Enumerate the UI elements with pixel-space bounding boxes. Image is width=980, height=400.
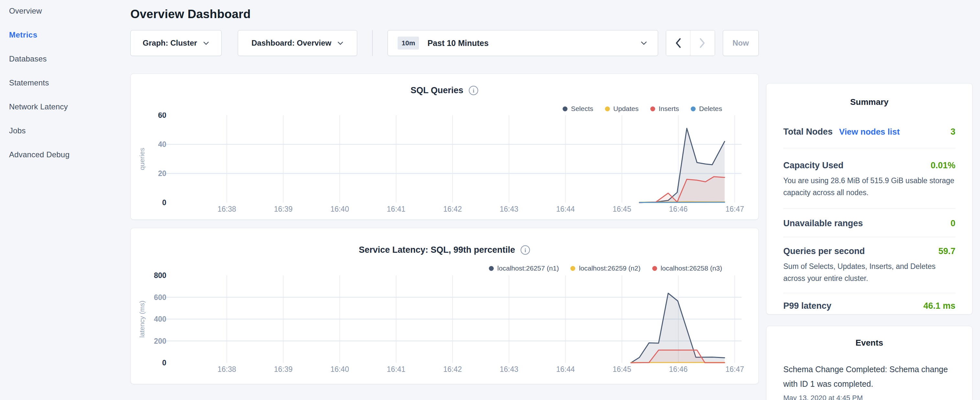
chart-title: SQL Queries [410,85,463,96]
summary-row-capacity: Capacity Used 0.01% You are using 28.6 M… [783,148,955,209]
x-axis-tick: 16:47 [725,205,744,213]
chart-title: Service Latency: SQL, 99th percentile [359,245,515,255]
page: { "colors": { "accent_blue": "#2a6df4", … [0,0,980,400]
legend-item: localhost:26257 (n1) [489,265,559,272]
sidebar-item-metrics[interactable]: Metrics [9,30,119,40]
page-title: Overview Dashboard [130,7,759,21]
chevron-right-icon [700,38,705,48]
event-message: Schema Change Completed: Schema change w… [783,362,955,391]
x-axis-tick: 16:44 [556,205,575,213]
service-latency-chart-card: Service Latency: SQL, 99th percentile i … [130,228,759,384]
capacity-used-description: You are using 28.6 MiB of 515.9 GiB usab… [783,175,955,199]
chart-header: SQL Queries i [131,74,758,96]
toolbar-divider [372,30,373,56]
chevron-down-icon [640,41,648,45]
gridlines [159,115,741,202]
time-back-button[interactable] [666,30,690,56]
legend-label: Deletes [699,105,722,113]
p99-latency-value: 46.1 ms [923,301,955,311]
legend-dot-icon [489,266,494,271]
chevron-down-icon [203,41,209,45]
time-nav-group [666,30,715,56]
legend-item: Updates [605,105,639,113]
summary-panel: Summary Total Nodes View nodes list 3 Ca… [766,83,972,315]
info-icon[interactable]: i [520,245,530,255]
x-axis-tick: 16:45 [612,365,631,373]
dashboard-dropdown[interactable]: Dashboard: Overview [238,30,357,56]
y-axis-title: queries [138,148,146,170]
x-axis-tick: 16:43 [500,365,518,373]
y-axis-tick: 40 [158,140,166,148]
x-axis-tick: 16:40 [330,365,349,373]
chart-header: Service Latency: SQL, 99th percentile i [131,228,758,255]
legend-label: localhost:26258 (n3) [661,265,722,272]
y-axis-tick: 0 [162,198,166,207]
total-nodes-label: Total Nodes [783,127,833,137]
qps-description: Sum of Selects, Updates, Inserts, and De… [783,261,955,284]
sql-queries-plot: 020406016:3816:3916:4016:4116:4216:4316:… [131,113,758,220]
capacity-used-value: 0.01% [931,161,955,171]
legend-dot-icon [652,266,657,271]
x-axis-tick: 16:39 [274,205,293,213]
x-axis-tick: 16:41 [387,205,406,213]
legend-item: localhost:26259 (n2) [570,265,640,272]
right-panel: Summary Total Nodes View nodes list 3 Ca… [766,83,972,400]
x-axis-tick: 16:42 [443,365,462,373]
legend-dot-icon [605,107,610,112]
summary-title: Summary [783,83,955,107]
time-range-selector[interactable]: 10m Past 10 Minutes [388,30,658,56]
x-axis-tick: 16:42 [443,205,462,213]
svg-text:i: i [473,88,474,94]
legend-label: Inserts [659,105,679,113]
legend-item: Inserts [650,105,679,113]
time-range-badge: 10m [398,37,419,49]
sidebar: Overview Metrics Databases Statements Ne… [9,6,119,174]
svg-text:i: i [525,247,526,253]
summary-row-unavailable-ranges: Unavailable ranges 0 [783,209,955,237]
events-panel: Events Schema Change Completed: Schema c… [766,326,972,400]
x-axis-tick: 16:44 [556,365,575,373]
events-title: Events [783,326,955,348]
graph-dropdown-text: Graph: Cluster [143,38,197,48]
x-axis-tick: 16:41 [387,365,406,373]
legend-dot-icon [570,266,575,271]
now-button[interactable]: Now [723,30,759,56]
chevron-down-icon [337,41,344,45]
axis-labels: 020406016:3816:3916:4016:4116:4216:4316:… [138,113,744,213]
y-axis-tick: 600 [154,293,166,302]
legend-item: Selects [563,105,593,113]
legend-item: localhost:26258 (n3) [652,265,722,272]
p99-latency-label: P99 latency [783,301,832,311]
legend-label: localhost:26257 (n1) [497,265,559,272]
y-axis-tick: 0 [162,359,166,367]
x-axis-tick: 16:43 [500,205,518,213]
series-deletes [639,202,725,202]
legend-label: Selects [571,105,593,113]
legend-dot-icon [563,107,568,112]
view-nodes-list-link[interactable]: View nodes list [839,127,900,137]
summary-row-p99: P99 latency 46.1 ms [783,293,955,311]
y-axis-title: latency (ms) [138,301,146,338]
y-axis-tick: 800 [154,272,166,280]
event-item: Schema Change Completed: Schema change w… [783,362,955,400]
info-icon[interactable]: i [468,85,479,96]
legend-dot-icon [650,107,655,112]
sidebar-item-databases[interactable]: Databases [9,54,119,64]
sidebar-item-jobs[interactable]: Jobs [9,126,119,135]
y-axis-tick: 20 [158,169,166,178]
dashboard-dropdown-text: Dashboard: Overview [251,38,331,48]
x-axis-tick: 16:38 [217,205,236,213]
sidebar-item-overview[interactable]: Overview [9,6,119,16]
y-axis-tick: 200 [154,337,166,345]
sidebar-item-statements[interactable]: Statements [9,78,119,88]
legend-label: localhost:26259 (n2) [579,265,640,272]
summary-row-qps: Queries per second 59.7 Sum of Selects, … [783,237,955,293]
x-axis-tick: 16:47 [725,365,744,373]
graph-dropdown[interactable]: Graph: Cluster [130,30,222,56]
time-forward-button[interactable] [690,30,714,56]
x-axis-tick: 16:38 [217,365,236,373]
sidebar-item-advanced-debug[interactable]: Advanced Debug [9,150,119,159]
legend-label: Updates [613,105,639,113]
sidebar-item-network-latency[interactable]: Network Latency [9,102,119,112]
x-axis-tick: 16:40 [330,205,349,213]
